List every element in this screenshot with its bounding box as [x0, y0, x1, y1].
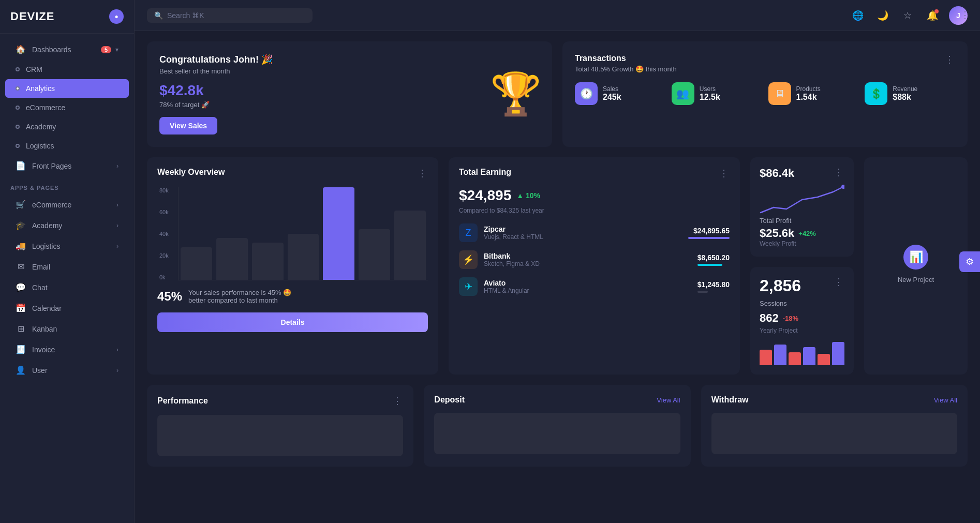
profit-change: +42% [798, 230, 816, 237]
view-sales-button[interactable]: View Sales [159, 117, 217, 135]
dot-icon [16, 86, 20, 91]
chevron-right-icon: › [116, 346, 118, 353]
deposit-placeholder [434, 413, 680, 454]
sidebar-item-dashboards[interactable]: 🏠 Dashboards 5 ▾ [5, 39, 129, 59]
earning-title: Total Earning [459, 168, 511, 177]
revenue-value: $88k [893, 93, 917, 102]
stat-sales: 🕐 Sales 245k [575, 82, 665, 105]
profit-menu[interactable]: ⋮ [834, 167, 844, 178]
mini-bar-0 [760, 350, 772, 365]
sidebar-item-email[interactable]: ✉ Email [5, 257, 129, 277]
moon-icon[interactable]: 🌙 [874, 7, 891, 24]
sessions-top: 2,856 ⋮ [760, 276, 844, 295]
sidebar-crm-label: CRM [26, 65, 118, 73]
sidebar-invoice-label: Invoice [32, 346, 116, 354]
sidebar-item-academy[interactable]: Academy [5, 117, 129, 136]
earning-menu[interactable]: ⋮ [719, 168, 730, 179]
congrats-amount: $42.8k [159, 82, 540, 99]
revenue-icon: 💲 [865, 82, 887, 105]
sidebar-item-logistics[interactable]: Logistics [5, 137, 129, 155]
middle-row: Weekly Overview ⋮ 80k 60k 40k 20k 0k 45% [147, 157, 968, 375]
translate-icon[interactable]: 🌐 [850, 7, 866, 24]
performance-menu[interactable]: ⋮ [393, 395, 403, 407]
sidebar-item-calendar[interactable]: 📅 Calendar [5, 298, 129, 318]
total-profit-big: $86.4k [760, 167, 794, 180]
calendar-icon: 📅 [16, 303, 26, 313]
sidebar-item-chat[interactable]: 💬 Chat [5, 277, 129, 297]
dashboards-badge: 5 [101, 46, 111, 53]
kanban-icon: ⊞ [16, 324, 26, 334]
new-project-label: New Project [898, 276, 934, 283]
zipcar-bar [688, 237, 730, 239]
truck-icon: 🚚 [16, 241, 26, 251]
bar-2 [252, 243, 284, 280]
earning-compare: Compared to $84,325 last year [459, 207, 730, 214]
cart-icon: 🛒 [16, 200, 26, 210]
search-box[interactable]: 🔍 Search ⌘K [147, 8, 313, 23]
sidebar-item-front-pages[interactable]: 📄 Front Pages › [5, 156, 129, 176]
sidebar-item-ecommerce-app[interactable]: 🛒 eCommerce › [5, 195, 129, 215]
congrats-target: 78% of target 🚀 [159, 101, 540, 109]
bar-3 [288, 234, 319, 280]
mini-bar-3 [803, 347, 815, 365]
settings-fab[interactable]: ⚙ [959, 251, 980, 272]
aviato-name: Aviato [484, 279, 691, 287]
dot-icon [16, 106, 20, 110]
sidebar-item-user[interactable]: 👤 User › [5, 360, 129, 380]
performance-title: Performance [157, 396, 208, 406]
sidebar-email-label: Email [32, 263, 118, 271]
sessions-sub-change: -18% [783, 315, 798, 322]
profit-bottom: $25.6k +42% [760, 227, 844, 240]
brand-name: DEVIZE [10, 10, 54, 23]
deposit-view-all[interactable]: View All [657, 396, 680, 404]
bar-4 [323, 187, 354, 280]
withdraw-view-all[interactable]: View All [934, 396, 957, 404]
performance-card: Performance ⋮ [147, 385, 413, 467]
performance-header: Performance ⋮ [157, 395, 403, 407]
sidebar-chat-label: Chat [32, 283, 118, 292]
zipcar-name: Zipcar [484, 225, 682, 233]
sidebar-analytics-label: Analytics [26, 84, 118, 93]
bell-icon[interactable]: 🔔 [924, 7, 941, 24]
sidebar-logistics-app-label: Logistics [32, 242, 116, 250]
mini-bar-2 [789, 352, 801, 365]
profit-value: $25.6k [760, 227, 794, 240]
weekly-menu[interactable]: ⋮ [418, 168, 428, 179]
sessions-menu[interactable]: ⋮ [834, 276, 844, 288]
products-value: 1.54k [796, 93, 821, 102]
dashboards-label: Dashboards [32, 46, 101, 54]
sidebar-item-crm[interactable]: CRM [5, 60, 129, 79]
chat-icon: 💬 [16, 282, 26, 292]
performance-desc2: better compared to last month [188, 296, 291, 304]
weekly-title: Weekly Overview [157, 168, 225, 177]
sidebar-academy-app-label: Academy [32, 221, 116, 230]
weekly-footer: 45% Your sales performance is 45% 🤩 bett… [157, 289, 428, 304]
sidebar-item-academy-app[interactable]: 🎓 Academy › [5, 215, 129, 235]
sidebar-item-logistics-app[interactable]: 🚚 Logistics › [5, 236, 129, 256]
star-icon[interactable]: ☆ [899, 7, 916, 24]
sidebar-ecommerce-app-label: eCommerce [32, 201, 116, 209]
sidebar-item-ecommerce[interactable]: eCommerce [5, 98, 129, 117]
sidebar-item-analytics[interactable]: Analytics [5, 79, 129, 98]
products-icon: 🖥 [768, 82, 791, 105]
invoice-icon: 🧾 [16, 345, 26, 354]
aviato-logo: ✈ [459, 277, 478, 296]
transactions-menu[interactable]: ⋮ [945, 54, 955, 65]
total-profit-label: Total Profit [760, 217, 844, 225]
bar-chart [178, 187, 428, 280]
total-earning-card: Total Earning ⋮ $24,895 ▲ 10% Compared t… [449, 157, 740, 375]
withdraw-title: Withdraw [711, 395, 749, 405]
sidebar-item-invoice[interactable]: 🧾 Invoice › [5, 339, 129, 360]
aviato-right: $1,245.80 [697, 280, 730, 293]
details-button[interactable]: Details [157, 312, 428, 332]
sidebar-item-kanban[interactable]: ⊞ Kanban [5, 319, 129, 339]
sidebar-logistics-label: Logistics [26, 142, 118, 150]
bar-1 [216, 238, 248, 280]
users-icon: 👥 [672, 82, 694, 105]
search-icon: 🔍 [154, 11, 163, 20]
new-project-icon: 📊 [903, 245, 928, 270]
top-row: Congratulations John! 🎉 Best seller of t… [147, 41, 968, 147]
withdraw-header: Withdraw View All [711, 395, 957, 405]
earning-growth: ▲ 10% [516, 191, 540, 200]
mini-bar-1 [774, 345, 786, 365]
